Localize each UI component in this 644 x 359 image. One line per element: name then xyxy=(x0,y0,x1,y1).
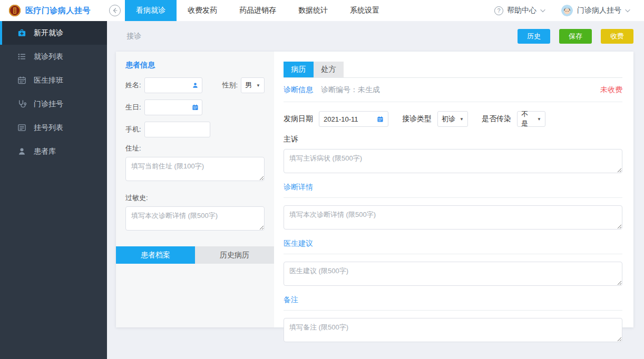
calendar-icon xyxy=(192,104,199,111)
tab-patient-archive[interactable]: 患者档案 xyxy=(116,246,195,264)
topbar-right: ? 帮助中心 门诊病人挂号 xyxy=(479,0,644,21)
arrow-left-icon xyxy=(112,7,118,14)
tab-medical-record[interactable]: 病历 xyxy=(284,62,314,77)
nav-tab-charge-dispense[interactable]: 收费发药 xyxy=(177,0,228,21)
infectious-value: 不是 xyxy=(521,109,534,128)
sidebar-item-new-visit[interactable]: 新开就诊 xyxy=(0,21,107,45)
birthday-row: 生日: xyxy=(125,99,265,115)
list-icon xyxy=(17,52,26,62)
remark-textarea[interactable] xyxy=(284,318,622,342)
record-controls-row: 发病日期 2021-10-11 接诊类型 初诊 ▼ 是否传染 不是 ▼ xyxy=(284,111,622,127)
sidebar: 新开就诊 就诊列表 医生排班 门诊挂号 挂号列表 患者库 xyxy=(0,21,107,359)
phone-input[interactable] xyxy=(144,122,210,137)
content-card: 患者信息 姓名: 性别: 男 ▼ xyxy=(116,52,633,327)
phone-row: 手机: xyxy=(125,122,265,137)
infectious-select[interactable]: 不是 ▼ xyxy=(517,111,545,127)
remark-label: 备注 xyxy=(284,287,622,311)
sidebar-item-label: 患者库 xyxy=(34,147,56,156)
name-input-wrap xyxy=(144,77,202,93)
address-label: 住址: xyxy=(125,144,265,153)
onset-date-picker[interactable]: 2021-10-11 xyxy=(319,111,388,127)
back-button[interactable] xyxy=(109,5,121,16)
name-label: 姓名: xyxy=(125,81,141,90)
nav-tab-drug-inventory[interactable]: 药品进销存 xyxy=(228,0,287,21)
topbar: 医疗门诊病人挂号 看病就诊 收费发药 药品进销存 数据统计 系统设置 ? 帮助中… xyxy=(0,0,644,21)
registry-list-icon xyxy=(17,123,26,133)
tab-prescription[interactable]: 处方 xyxy=(314,62,344,77)
sidebar-item-outpatient-register[interactable]: 门诊挂号 xyxy=(0,92,107,116)
gender-value: 男 xyxy=(245,81,252,90)
save-button[interactable]: 保存 xyxy=(559,29,592,44)
sidebar-item-visit-list[interactable]: 就诊列表 xyxy=(0,45,107,68)
nav-tab-label: 药品进销存 xyxy=(239,6,276,15)
charge-button[interactable]: 收费 xyxy=(601,29,633,44)
sidebar-item-doctor-schedule[interactable]: 医生排班 xyxy=(0,68,107,92)
record-tabs: 病历 处方 xyxy=(284,62,622,78)
caret-down-icon: ▼ xyxy=(537,117,541,122)
nav-tab-label: 系统设置 xyxy=(350,6,379,15)
nav-tab-visit[interactable]: 看病就诊 xyxy=(125,0,177,21)
page-head: 接诊 历史 保存 收费 xyxy=(107,21,644,52)
stethoscope-icon xyxy=(17,99,26,109)
allergy-textarea[interactable] xyxy=(125,206,265,231)
breadcrumb: 接诊 xyxy=(126,32,141,41)
user-avatar xyxy=(561,5,573,16)
sidebar-item-label: 新开就诊 xyxy=(34,28,63,38)
gender-select[interactable]: 男 ▼ xyxy=(241,77,265,93)
diagnosis-detail-label: 诊断详情 xyxy=(284,175,622,198)
medical-kit-icon xyxy=(17,28,26,38)
allergy-block: 过敏史: xyxy=(125,193,265,232)
chief-complaint-label: 主诉 xyxy=(284,135,622,144)
chevron-down-icon xyxy=(625,9,630,13)
onset-date-value: 2021-10-11 xyxy=(324,115,358,123)
patient-panel: 患者信息 姓名: 性别: 男 ▼ xyxy=(116,52,274,327)
onset-date-label: 发病日期 xyxy=(284,114,313,124)
nav-tab-statistics[interactable]: 数据统计 xyxy=(287,0,339,21)
nav-tab-settings[interactable]: 系统设置 xyxy=(339,0,391,21)
patient-user-icon xyxy=(17,147,26,156)
help-label: 帮助中心 xyxy=(507,6,536,15)
phone-label: 手机: xyxy=(125,125,141,134)
gender-wrap: 性别: 男 ▼ xyxy=(222,77,265,93)
diagnosis-number: 诊断编号：未生成 xyxy=(321,85,380,95)
sidebar-item-patient-library[interactable]: 患者库 xyxy=(0,139,107,163)
diagnosis-info-link[interactable]: 诊断信息 xyxy=(284,85,313,95)
address-block: 住址: xyxy=(125,144,265,183)
sidebar-item-label: 挂号列表 xyxy=(34,123,63,133)
address-textarea[interactable] xyxy=(125,157,265,181)
sidebar-item-label: 医生排班 xyxy=(34,76,63,85)
diagnosis-number-label: 诊断编号： xyxy=(321,85,358,94)
allergy-label: 过敏史: xyxy=(125,193,265,203)
help-icon: ? xyxy=(494,6,503,15)
calendar-icon xyxy=(17,76,26,85)
diagnosis-number-value: 未生成 xyxy=(358,85,380,94)
visit-type-value: 初诊 xyxy=(442,114,455,124)
calendar-icon xyxy=(377,116,384,123)
caret-down-icon: ▼ xyxy=(256,83,260,88)
doctor-advice-textarea[interactable] xyxy=(284,262,622,286)
user-menu[interactable]: 门诊病人挂号 xyxy=(561,5,630,16)
chief-complaint-textarea[interactable] xyxy=(284,149,622,173)
diagnosis-detail-textarea[interactable] xyxy=(284,205,622,230)
visit-type-select[interactable]: 初诊 ▼ xyxy=(437,111,468,127)
sidebar-item-label: 门诊挂号 xyxy=(34,99,63,109)
sidebar-item-register-list[interactable]: 挂号列表 xyxy=(0,116,107,139)
visit-type-label: 接诊类型 xyxy=(402,114,432,124)
infectious-label: 是否传染 xyxy=(482,114,511,124)
main-area: 接诊 历史 保存 收费 患者信息 姓名: xyxy=(107,21,644,359)
brand: 医疗门诊病人挂号 xyxy=(0,0,107,21)
app-logo-icon xyxy=(8,4,21,17)
help-center-menu[interactable]: ? 帮助中心 xyxy=(494,6,545,15)
doctor-advice-label: 医生建议 xyxy=(284,231,622,254)
diagnosis-info-row: 诊断信息 诊断编号：未生成 未收费 xyxy=(284,78,622,102)
tab-history-records[interactable]: 历史病历 xyxy=(195,246,274,264)
chevron-down-icon xyxy=(540,9,545,13)
name-gender-row: 姓名: 性别: 男 ▼ xyxy=(125,77,265,93)
tab-label: 历史病历 xyxy=(220,251,249,260)
user-icon xyxy=(192,82,199,89)
history-button[interactable]: 历史 xyxy=(518,29,550,44)
fee-status-badge: 未收费 xyxy=(600,85,622,95)
tab-label: 病历 xyxy=(291,65,306,74)
app-title: 医疗门诊病人挂号 xyxy=(25,6,91,16)
nav-tab-label: 数据统计 xyxy=(298,6,328,15)
